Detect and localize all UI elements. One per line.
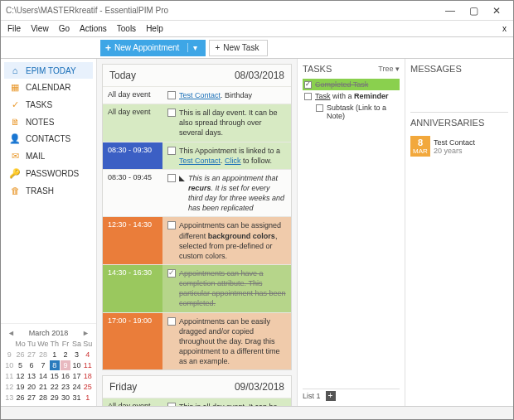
appt-time: All day event: [103, 87, 162, 104]
add-list-button[interactable]: +: [326, 391, 336, 401]
passwords-icon: 🔑: [9, 168, 21, 179]
anniv-date-badge: 8 MAR: [410, 136, 430, 157]
anniversary-item[interactable]: 8 MAR Test Contact 20 years: [410, 136, 508, 157]
cal-prev-icon[interactable]: ◄: [7, 329, 15, 337]
friday-card: Friday 09/03/2018 All day event This is …: [102, 375, 292, 406]
appt-text: Appointments can be easily dragged and/o…: [179, 316, 286, 367]
tasks-icon: ✓: [9, 99, 21, 110]
sidebar-item-label: EPIM TODAY: [26, 66, 76, 75]
titlebar: C:\Users\MASTERkreatif - EssentialPIM Pr…: [1, 1, 513, 21]
appt-checkbox[interactable]: [167, 403, 176, 406]
menu-file[interactable]: File: [7, 24, 21, 33]
task-item[interactable]: Completed Task: [303, 79, 400, 90]
sidebar-item-tasks[interactable]: ✓TASKS: [4, 96, 93, 113]
appt-text: Appointments can be assigned different b…: [179, 220, 286, 261]
appt-checkbox[interactable]: [167, 317, 176, 326]
mini-calendar[interactable]: ◄ March 2018 ► MoTuWeThFrSaSu92627281234…: [1, 323, 96, 406]
close-button[interactable]: ✕: [485, 5, 508, 17]
tasks-tree-toggle[interactable]: Tree ▾: [378, 65, 400, 73]
task-item[interactable]: Subtask (Link to a Note): [314, 102, 400, 122]
messages-title: MESSAGES: [410, 64, 462, 74]
chevron-down-icon[interactable]: ▾: [187, 43, 197, 52]
menu-help[interactable]: Help: [146, 24, 163, 33]
task-item[interactable]: Task with a Reminder: [303, 90, 400, 102]
appt-time: 14:30 - 16:30: [103, 265, 162, 312]
appt-checkbox[interactable]: [167, 174, 176, 182]
appt-text: Test Contact. Birthday: [179, 90, 286, 100]
task-checkbox[interactable]: [304, 93, 312, 100]
epim-today-icon: ⌂: [9, 65, 21, 75]
sidebar-item-label: NOTES: [26, 118, 54, 127]
menu-extra[interactable]: x: [502, 24, 507, 33]
sidebar-item-contacts[interactable]: 👤CONTACTS: [4, 130, 93, 147]
sidebar-item-notes[interactable]: 🗎NOTES: [4, 113, 93, 130]
task-checkbox[interactable]: [316, 104, 323, 112]
appt-time: 08:30 - 09:45: [103, 170, 162, 217]
appt-checkbox[interactable]: [167, 109, 176, 117]
menu-actions[interactable]: Actions: [80, 24, 107, 33]
friday-date: 09/03/2018: [235, 381, 284, 393]
new-task-label: New Task: [223, 43, 259, 52]
task-text: Subtask (Link to a Note): [327, 104, 398, 120]
appt-time: 12:30 - 14:30: [103, 217, 162, 264]
new-appointment-label: New Appointment: [114, 43, 179, 52]
appt-text: This is all day event. It can be also sp…: [179, 108, 286, 138]
friday-heading: Friday: [109, 381, 137, 393]
tasks-footer: List 1 +: [303, 389, 400, 403]
menu-view[interactable]: View: [31, 24, 49, 33]
menu-go[interactable]: Go: [59, 24, 70, 33]
minimize-button[interactable]: —: [439, 5, 462, 17]
anniversaries-title: ANNIVERSARIES: [410, 118, 484, 128]
sidebar-item-calendar[interactable]: ▦CALENDAR: [4, 79, 93, 96]
appointment-row[interactable]: All day event Test Contact. Birthday: [103, 86, 291, 104]
cal-title: March 2018: [29, 329, 69, 337]
appt-time: 17:00 - 19:00: [103, 313, 162, 370]
new-task-button[interactable]: + New Task: [209, 40, 268, 56]
anniv-sub: 20 years: [434, 147, 475, 155]
sidebar-item-label: CALENDAR: [26, 83, 70, 92]
anniv-name: Test Contact: [434, 138, 475, 147]
sidebar-item-label: TASKS: [26, 100, 52, 109]
appointment-row[interactable]: All day event This is all day event. It …: [103, 104, 291, 141]
today-heading: Today: [109, 70, 136, 81]
plus-icon: +: [105, 42, 111, 54]
status-bar: [1, 406, 513, 419]
sidebar-item-epim-today[interactable]: ⌂EPIM TODAY: [4, 62, 93, 79]
appt-checkbox[interactable]: [167, 91, 176, 99]
task-text: Completed Task: [315, 80, 368, 89]
tasks-list-label[interactable]: List 1: [303, 392, 321, 400]
sidebar-item-trash[interactable]: 🗑TRASH: [4, 182, 93, 199]
appt-checkbox[interactable]: [167, 269, 176, 278]
maximize-button[interactable]: ▢: [462, 5, 485, 17]
appt-checkbox[interactable]: [167, 147, 176, 155]
appointment-row[interactable]: 12:30 - 14:30 Appointments can be assign…: [103, 216, 291, 264]
new-appointment-button[interactable]: + New Appointment ▾: [100, 40, 206, 56]
appointment-row[interactable]: 08:30 - 09:30 This Appointment is linked…: [103, 142, 291, 169]
center-pane: Today 08/03/2018 All day event Test Cont…: [97, 59, 298, 406]
sidebar-item-mail[interactable]: ✉MAIL: [4, 147, 93, 165]
appt-time: 08:30 - 09:30: [103, 142, 162, 169]
tasks-pane: TASKS Tree ▾ Completed TaskTask with a R…: [298, 59, 405, 406]
sidebar-item-label: MAIL: [26, 152, 45, 161]
appt-time: All day event: [103, 398, 162, 406]
toolbar: + New Appointment ▾ + New Task: [1, 37, 513, 59]
appointment-row[interactable]: 08:30 - 09:45 ◣This is an appointment th…: [103, 169, 291, 217]
appointment-row[interactable]: 14:30 - 16:30 Appointments can have a co…: [103, 264, 291, 312]
appointment-row[interactable]: 17:00 - 19:00 Appointments can be easily…: [103, 312, 291, 370]
appt-text: Appointments can have a completion attri…: [179, 268, 286, 309]
window-path: C:\Users\MASTERkreatif - EssentialPIM Pr…: [6, 6, 168, 15]
menu-tools[interactable]: Tools: [117, 24, 136, 33]
calendar-icon: ▦: [9, 82, 21, 93]
appt-text: This Appointment is linked to a Test Con…: [179, 146, 286, 166]
appt-checkbox[interactable]: [167, 221, 176, 229]
today-date: 08/03/2018: [235, 70, 284, 81]
contacts-icon: 👤: [9, 133, 21, 144]
today-card: Today 08/03/2018 All day event Test Cont…: [102, 64, 292, 370]
sidebar-item-label: CONTACTS: [26, 134, 70, 143]
sidebar-item-passwords[interactable]: 🔑PASSWORDS: [4, 165, 93, 182]
task-checkbox[interactable]: [304, 81, 312, 89]
sidebar: ⌂EPIM TODAY▦CALENDAR✓TASKS🗎NOTES👤CONTACT…: [1, 59, 97, 406]
task-text: Task with a Reminder: [315, 92, 389, 100]
cal-next-icon[interactable]: ►: [82, 329, 90, 337]
appointment-row[interactable]: All day event This is all day event. It …: [103, 398, 291, 406]
